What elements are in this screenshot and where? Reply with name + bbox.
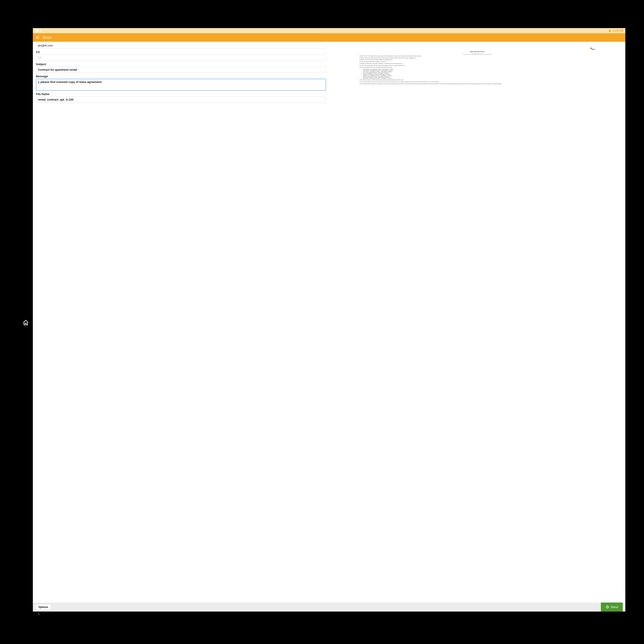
android-nav-bar [33,612,625,617]
status-bar: 2:23 PM [33,28,625,33]
hp-logo-icon [35,29,39,33]
doc-body: (hereafter "Partner 1") and (hereafter "… [359,54,595,84]
send-icon [606,605,609,609]
message-field[interactable] [36,79,326,91]
subject-label: Subject [36,63,326,66]
doc-title: Equal Ownership Contract [359,51,595,52]
subject-field[interactable] [36,67,326,73]
document-preview[interactable]: pwc Equal Ownership Contract (hereafter … [354,46,600,364]
status-app-icon [40,29,41,32]
clock-time: 2:23 PM [613,29,623,32]
form-panel: CC Subject Message File Name [33,42,329,603]
title-bar: Scan [33,33,625,42]
filename-field[interactable] [36,97,326,103]
options-button[interactable]: Options [35,604,51,610]
home-button[interactable] [22,319,29,326]
warning-icon[interactable] [608,29,611,32]
pwc-logo-icon: pwc [591,48,595,50]
send-label: Send [611,605,618,609]
cc-label: CC [36,50,326,54]
message-label: Message [36,75,326,78]
to-field[interactable] [36,43,326,49]
svg-rect-2 [610,30,610,31]
cc-field[interactable] [36,55,326,61]
nav-back-icon[interactable] [37,613,41,616]
back-arrow-icon[interactable] [35,35,40,40]
filename-label: File Name [36,92,326,96]
svg-point-0 [35,29,39,32]
footer-bar: Options Send [33,603,625,612]
send-button[interactable]: Send [601,603,623,612]
page-title: Scan [43,35,51,40]
svg-rect-1 [40,30,41,31]
